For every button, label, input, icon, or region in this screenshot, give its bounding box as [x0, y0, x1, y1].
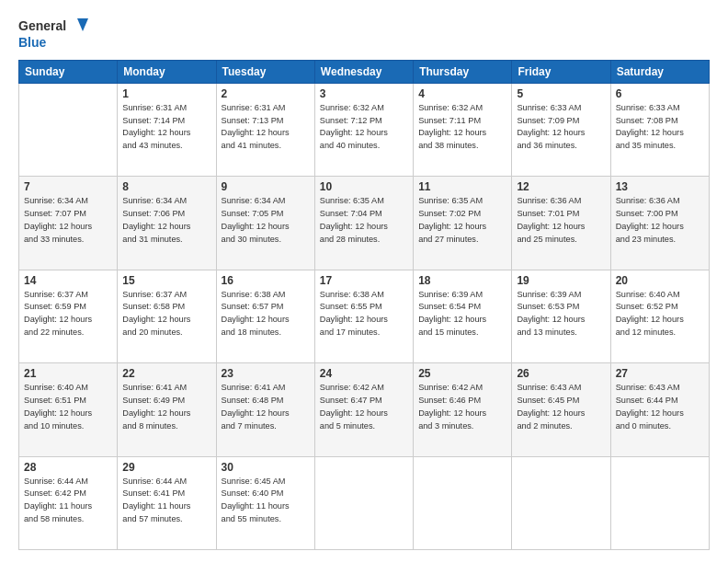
calendar-cell: 17Sunrise: 6:38 AM Sunset: 6:55 PM Dayli… [314, 270, 413, 362]
calendar-cell: 8Sunrise: 6:34 AM Sunset: 7:06 PM Daylig… [118, 177, 216, 270]
day-number: 13 [616, 180, 704, 193]
day-info: Sunrise: 6:36 AM Sunset: 7:00 PM Dayligh… [616, 195, 704, 246]
calendar-cell: 26Sunrise: 6:43 AM Sunset: 6:45 PM Dayli… [512, 363, 610, 456]
day-info: Sunrise: 6:43 AM Sunset: 6:44 PM Dayligh… [616, 382, 704, 432]
header: General Blue [18, 17, 710, 51]
calendar-cell: 18Sunrise: 6:39 AM Sunset: 6:54 PM Dayli… [414, 270, 512, 362]
calendar-cell: 6Sunrise: 6:33 AM Sunset: 7:08 PM Daylig… [610, 83, 709, 176]
calendar-cell: 24Sunrise: 6:42 AM Sunset: 6:47 PM Dayli… [314, 363, 413, 456]
calendar-cell: 22Sunrise: 6:41 AM Sunset: 6:49 PM Dayli… [118, 363, 216, 456]
day-number: 22 [122, 367, 210, 380]
calendar-cell: 15Sunrise: 6:37 AM Sunset: 6:58 PM Dayli… [118, 270, 216, 362]
day-info: Sunrise: 6:43 AM Sunset: 6:45 PM Dayligh… [517, 382, 605, 432]
day-info: Sunrise: 6:39 AM Sunset: 6:54 PM Dayligh… [418, 289, 506, 339]
day-info: Sunrise: 6:36 AM Sunset: 7:01 PM Dayligh… [517, 195, 605, 246]
calendar-cell [19, 83, 118, 176]
calendar-cell: 10Sunrise: 6:35 AM Sunset: 7:04 PM Dayli… [314, 177, 413, 270]
day-number: 6 [616, 87, 704, 100]
day-number: 5 [517, 87, 605, 100]
day-number: 26 [517, 367, 605, 380]
day-number: 30 [222, 461, 310, 474]
day-number: 7 [24, 180, 112, 193]
day-info: Sunrise: 6:38 AM Sunset: 6:57 PM Dayligh… [222, 289, 310, 339]
calendar-day-header: Sunday [19, 60, 118, 83]
day-info: Sunrise: 6:34 AM Sunset: 7:05 PM Dayligh… [222, 195, 310, 246]
day-info: Sunrise: 6:37 AM Sunset: 6:58 PM Dayligh… [122, 289, 210, 339]
calendar-header-row: SundayMondayTuesdayWednesdayThursdayFrid… [19, 60, 710, 83]
calendar-cell: 13Sunrise: 6:36 AM Sunset: 7:00 PM Dayli… [610, 177, 709, 270]
calendar-week-row: 1Sunrise: 6:31 AM Sunset: 7:14 PM Daylig… [19, 83, 710, 176]
day-number: 16 [222, 274, 310, 287]
calendar-cell: 28Sunrise: 6:44 AM Sunset: 6:42 PM Dayli… [19, 456, 118, 549]
calendar-day-header: Thursday [414, 60, 512, 83]
calendar-cell: 9Sunrise: 6:34 AM Sunset: 7:05 PM Daylig… [216, 177, 314, 270]
calendar-cell: 16Sunrise: 6:38 AM Sunset: 6:57 PM Dayli… [216, 270, 314, 362]
day-number: 23 [222, 367, 310, 380]
calendar-table: SundayMondayTuesdayWednesdayThursdayFrid… [18, 60, 710, 550]
day-number: 11 [418, 180, 506, 193]
calendar-cell: 11Sunrise: 6:35 AM Sunset: 7:02 PM Dayli… [414, 177, 512, 270]
day-info: Sunrise: 6:35 AM Sunset: 7:02 PM Dayligh… [418, 195, 506, 246]
day-number: 28 [24, 461, 112, 474]
calendar-cell: 7Sunrise: 6:34 AM Sunset: 7:07 PM Daylig… [19, 177, 118, 270]
day-number: 15 [122, 274, 210, 287]
day-number: 27 [616, 367, 704, 380]
day-number: 4 [418, 87, 506, 100]
day-info: Sunrise: 6:38 AM Sunset: 6:55 PM Dayligh… [320, 289, 408, 339]
calendar-cell: 25Sunrise: 6:42 AM Sunset: 6:46 PM Dayli… [414, 363, 512, 456]
day-info: Sunrise: 6:33 AM Sunset: 7:08 PM Dayligh… [616, 102, 704, 153]
calendar-week-row: 21Sunrise: 6:40 AM Sunset: 6:51 PM Dayli… [19, 363, 710, 456]
calendar-week-row: 28Sunrise: 6:44 AM Sunset: 6:42 PM Dayli… [19, 456, 710, 549]
day-info: Sunrise: 6:41 AM Sunset: 6:48 PM Dayligh… [222, 382, 310, 432]
logo: General Blue [18, 17, 88, 51]
logo-blue: Blue [18, 35, 46, 51]
day-info: Sunrise: 6:34 AM Sunset: 7:07 PM Dayligh… [24, 195, 112, 246]
day-info: Sunrise: 6:44 AM Sunset: 6:42 PM Dayligh… [24, 476, 112, 526]
svg-marker-0 [77, 18, 88, 31]
calendar-cell: 14Sunrise: 6:37 AM Sunset: 6:59 PM Dayli… [19, 270, 118, 362]
day-number: 9 [222, 180, 310, 193]
day-number: 2 [222, 87, 310, 100]
calendar-cell: 3Sunrise: 6:32 AM Sunset: 7:12 PM Daylig… [314, 83, 413, 176]
day-info: Sunrise: 6:42 AM Sunset: 6:46 PM Dayligh… [418, 382, 506, 432]
logo-container: General Blue [18, 17, 88, 51]
day-info: Sunrise: 6:33 AM Sunset: 7:09 PM Dayligh… [517, 102, 605, 153]
day-info: Sunrise: 6:34 AM Sunset: 7:06 PM Dayligh… [122, 195, 210, 246]
calendar-week-row: 7Sunrise: 6:34 AM Sunset: 7:07 PM Daylig… [19, 177, 710, 270]
day-number: 1 [122, 87, 210, 100]
calendar-day-header: Friday [512, 60, 610, 83]
day-info: Sunrise: 6:35 AM Sunset: 7:04 PM Dayligh… [320, 195, 408, 246]
calendar-cell: 21Sunrise: 6:40 AM Sunset: 6:51 PM Dayli… [19, 363, 118, 456]
day-number: 25 [418, 367, 506, 380]
day-number: 19 [517, 274, 605, 287]
calendar-cell: 4Sunrise: 6:32 AM Sunset: 7:11 PM Daylig… [414, 83, 512, 176]
day-number: 29 [122, 461, 210, 474]
calendar-cell: 5Sunrise: 6:33 AM Sunset: 7:09 PM Daylig… [512, 83, 610, 176]
calendar-day-header: Saturday [610, 60, 709, 83]
day-info: Sunrise: 6:44 AM Sunset: 6:41 PM Dayligh… [122, 476, 210, 526]
calendar-cell [610, 456, 709, 549]
calendar-day-header: Wednesday [314, 60, 413, 83]
day-number: 17 [320, 274, 408, 287]
day-number: 20 [616, 274, 704, 287]
logo-general: General [18, 18, 66, 34]
day-number: 24 [320, 367, 408, 380]
calendar-week-row: 14Sunrise: 6:37 AM Sunset: 6:59 PM Dayli… [19, 270, 710, 362]
day-info: Sunrise: 6:31 AM Sunset: 7:14 PM Dayligh… [122, 102, 210, 153]
page: General Blue SundayMondayTuesdayWednesda… [0, 0, 728, 563]
calendar-cell: 19Sunrise: 6:39 AM Sunset: 6:53 PM Dayli… [512, 270, 610, 362]
day-info: Sunrise: 6:40 AM Sunset: 6:51 PM Dayligh… [24, 382, 112, 432]
day-info: Sunrise: 6:41 AM Sunset: 6:49 PM Dayligh… [122, 382, 210, 432]
day-number: 18 [418, 274, 506, 287]
day-info: Sunrise: 6:32 AM Sunset: 7:11 PM Dayligh… [418, 102, 506, 153]
calendar-cell: 23Sunrise: 6:41 AM Sunset: 6:48 PM Dayli… [216, 363, 314, 456]
calendar-cell: 29Sunrise: 6:44 AM Sunset: 6:41 PM Dayli… [118, 456, 216, 549]
calendar-cell: 27Sunrise: 6:43 AM Sunset: 6:44 PM Dayli… [610, 363, 709, 456]
calendar-cell: 12Sunrise: 6:36 AM Sunset: 7:01 PM Dayli… [512, 177, 610, 270]
day-number: 12 [517, 180, 605, 193]
day-info: Sunrise: 6:39 AM Sunset: 6:53 PM Dayligh… [517, 289, 605, 339]
calendar-cell: 30Sunrise: 6:45 AM Sunset: 6:40 PM Dayli… [216, 456, 314, 549]
day-info: Sunrise: 6:32 AM Sunset: 7:12 PM Dayligh… [320, 102, 408, 153]
day-info: Sunrise: 6:40 AM Sunset: 6:52 PM Dayligh… [616, 289, 704, 339]
day-number: 3 [320, 87, 408, 100]
